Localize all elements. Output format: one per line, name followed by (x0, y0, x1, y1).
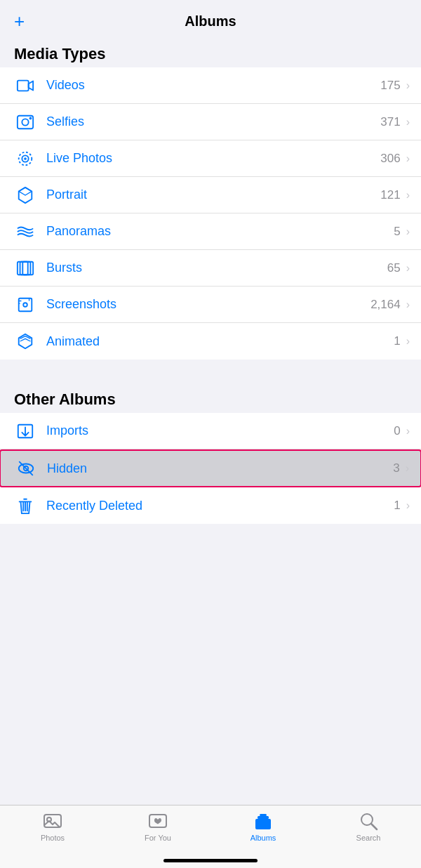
search-tab-label: Search (356, 834, 381, 842)
animated-chevron: › (406, 335, 410, 348)
content-area: Media Types Videos 175 › (0, 39, 421, 587)
selfies-label: Selfies (46, 114, 380, 129)
imports-icon (14, 422, 36, 440)
svg-line-23 (371, 824, 377, 829)
videos-label: Videos (46, 78, 380, 93)
screenshots-count: 2,164 (370, 298, 401, 312)
hidden-icon (15, 459, 37, 478)
screenshots-icon (14, 296, 36, 314)
animated-icon (14, 332, 36, 350)
media-types-list: Videos 175 › Selfies 371 › (0, 67, 421, 360)
tab-search[interactable]: Search (316, 811, 421, 842)
panoramas-chevron: › (406, 225, 410, 238)
svg-rect-20 (258, 816, 269, 819)
list-item-animated[interactable]: Animated 1 › (0, 323, 421, 360)
list-item-screenshots[interactable]: Screenshots 2,164 › (0, 287, 421, 323)
imports-label: Imports (46, 423, 394, 438)
live-photos-chevron: › (406, 152, 410, 165)
hidden-count: 3 (393, 461, 399, 475)
portrait-chevron: › (406, 189, 410, 202)
hidden-label: Hidden (47, 461, 393, 476)
panoramas-label: Panoramas (46, 224, 394, 239)
portrait-count: 121 (380, 188, 400, 202)
for-you-tab-label: For You (145, 834, 171, 842)
svg-point-6 (24, 157, 27, 160)
other-albums-list: Imports 0 › Hidden 3 › R (0, 413, 421, 524)
photos-tab-label: Photos (41, 834, 65, 842)
other-albums-heading: Other Albums (0, 385, 421, 413)
panoramas-count: 5 (394, 225, 400, 239)
videos-count: 175 (380, 79, 400, 93)
svg-rect-21 (260, 814, 267, 816)
selfies-chevron: › (406, 116, 410, 129)
selfies-icon (14, 113, 36, 131)
hidden-chevron: › (406, 462, 409, 475)
svg-rect-0 (18, 80, 29, 91)
tab-albums[interactable]: Albums (210, 811, 316, 842)
bursts-count: 65 (387, 261, 401, 275)
svg-point-11 (23, 303, 27, 307)
screenshots-chevron: › (406, 298, 410, 311)
portrait-icon (14, 186, 36, 204)
list-item-hidden[interactable]: Hidden 3 › (0, 449, 421, 487)
for-you-tab-icon (148, 811, 168, 831)
recently-deleted-chevron: › (406, 499, 410, 512)
tab-photos[interactable]: Photos (0, 811, 105, 842)
list-item-selfies[interactable]: Selfies 371 › (0, 104, 421, 140)
imports-count: 0 (394, 424, 400, 438)
trash-icon (14, 497, 36, 515)
bursts-icon (14, 259, 36, 277)
list-item-videos[interactable]: Videos 175 › (0, 67, 421, 104)
albums-tab-icon (253, 811, 273, 831)
svg-rect-19 (255, 819, 271, 829)
animated-count: 1 (394, 334, 400, 348)
photos-tab-icon (43, 811, 62, 831)
screenshots-label: Screenshots (46, 297, 370, 312)
videos-chevron: › (406, 79, 410, 92)
video-icon (14, 77, 36, 95)
add-album-button[interactable]: + (14, 12, 25, 30)
tab-for-you[interactable]: For You (105, 811, 210, 842)
svg-point-2 (22, 119, 28, 125)
list-item-panoramas[interactable]: Panoramas 5 › (0, 213, 421, 250)
search-tab-icon (359, 811, 378, 831)
svg-rect-10 (19, 298, 32, 311)
svg-point-3 (29, 117, 32, 119)
list-item-bursts[interactable]: Bursts 65 › (0, 250, 421, 287)
albums-tab-label: Albums (250, 834, 276, 842)
panoramas-icon (14, 223, 36, 241)
page-title: Albums (185, 13, 236, 29)
animated-label: Animated (46, 334, 394, 349)
list-item-portrait[interactable]: Portrait 121 › (0, 177, 421, 213)
home-indicator (163, 859, 258, 862)
recently-deleted-count: 1 (394, 499, 400, 513)
selfies-count: 371 (380, 115, 400, 129)
live-photos-count: 306 (380, 152, 400, 166)
section-gap (0, 360, 421, 385)
svg-rect-8 (20, 261, 31, 275)
live-photos-icon (14, 150, 36, 168)
live-photos-label: Live Photos (46, 151, 380, 166)
portrait-label: Portrait (46, 188, 380, 202)
list-item-imports[interactable]: Imports 0 › (0, 413, 421, 449)
header: + Albums (0, 0, 421, 39)
list-item-recently-deleted[interactable]: Recently Deleted 1 › (0, 487, 421, 524)
recently-deleted-label: Recently Deleted (46, 499, 394, 513)
media-types-heading-partial: Media Types (0, 39, 421, 67)
bursts-chevron: › (406, 262, 410, 275)
bursts-label: Bursts (46, 261, 387, 275)
list-item-live-photos[interactable]: Live Photos 306 › (0, 140, 421, 177)
imports-chevron: › (406, 425, 410, 438)
